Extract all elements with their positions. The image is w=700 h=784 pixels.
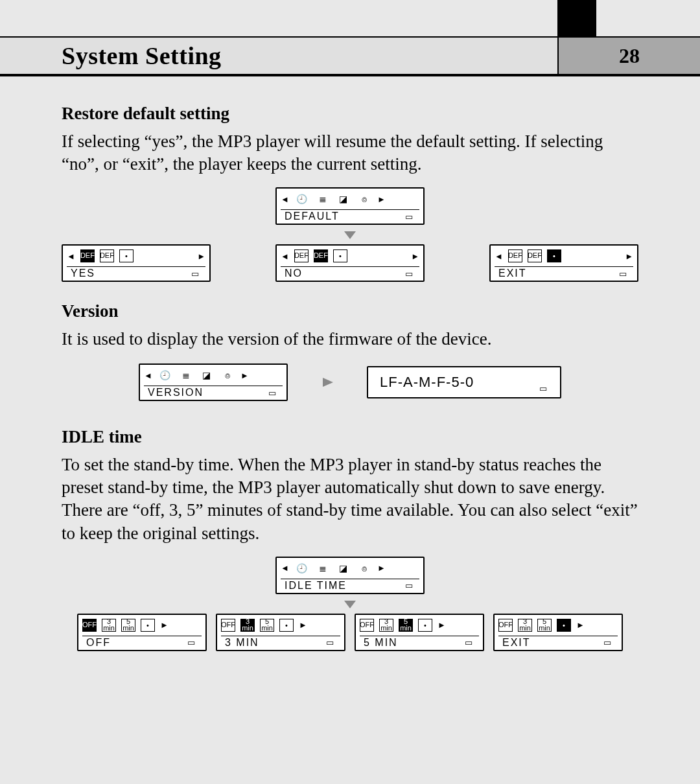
chip-icon: ⌾: [356, 192, 372, 206]
section-heading-restore: Restore default setting: [62, 104, 638, 124]
header-title-area: System Setting: [0, 38, 557, 74]
section-body-idle: To set the stand-by time. When the MP3 p…: [62, 454, 638, 544]
exit-box-icon: •: [557, 619, 571, 632]
battery-icon: ▭: [405, 269, 419, 279]
clock-icon: 🕘: [294, 561, 310, 575]
lcd-option-3min: OFF 3 min 5 min • ► 3 MIN ▭: [216, 614, 345, 651]
disk-icon: ◪: [199, 368, 215, 382]
lcd-option-exit: OFF 3 min 5 min • ► EXIT ▭: [493, 614, 623, 651]
nav-right-icon: ►: [576, 621, 585, 629]
lcd-menu-idle: ◄ 🕘 ≣ ◪ ⌾ ► IDLE TIME ▭: [275, 557, 425, 594]
list-icon: ≣: [315, 192, 331, 206]
nav-right-icon: ►: [411, 252, 419, 260]
page-content: Restore default setting If selecting “ye…: [62, 91, 638, 671]
def-no-icon: DEF: [314, 249, 328, 262]
battery-icon: ▭: [326, 638, 340, 647]
lcd-flow-version: ◄ 🕘 ≣ ◪ ⌾ ► VERSION ▭ LF-A-M-F-5-0 ▭: [62, 363, 638, 401]
lcd-option-no: ◄ DEF DEF • ► NO ▭: [275, 244, 425, 282]
nav-left-icon: ◄: [144, 371, 152, 380]
exit-box-icon: •: [418, 619, 432, 632]
nav-right-icon: ►: [377, 195, 386, 203]
lcd-option-off: OFF 3 min 5 min • ► OFF ▭: [77, 614, 207, 651]
battery-icon: ▭: [405, 212, 419, 222]
five-min-icon: 5 min: [537, 619, 552, 632]
lcd-options-row-idle: OFF 3 min 5 min • ► OFF ▭ OFF 3 min 5 mi…: [62, 614, 638, 651]
def-yes-icon: DEF: [294, 249, 309, 262]
battery-icon: ▭: [405, 581, 419, 590]
page-number: 28: [619, 44, 640, 68]
page-title: System Setting: [62, 41, 222, 70]
nav-right-icon: ►: [377, 564, 386, 572]
lcd-label: 3 MIN: [221, 637, 259, 649]
clock-icon: 🕘: [158, 368, 173, 382]
def-yes-icon: DEF: [508, 249, 522, 262]
list-icon: ≣: [315, 561, 331, 575]
nav-right-icon: ►: [197, 252, 205, 260]
def-yes-icon: DEF: [80, 249, 95, 262]
three-min-icon: 3 min: [102, 619, 116, 632]
lcd-label: OFF: [82, 637, 111, 649]
page-number-box: 28: [557, 38, 700, 74]
lcd-option-5min: OFF 3 min 5 min • ► 5 MIN ▭: [355, 614, 484, 651]
section-body-version: It is used to display the version of the…: [62, 328, 638, 351]
lcd-option-exit: ◄ DEF DEF • ► EXIT ▭: [489, 244, 638, 282]
battery-icon: ▭: [191, 269, 205, 279]
lcd-label: 5 MIN: [360, 637, 398, 649]
section-heading-version: Version: [62, 301, 638, 321]
battery-icon: ▭: [465, 638, 479, 647]
three-min-icon: 3 min: [518, 619, 532, 632]
arrow-down-icon: [343, 229, 357, 240]
lcd-flow-idle: ◄ 🕘 ≣ ◪ ⌾ ► IDLE TIME ▭ OFF 3 min 5 min: [62, 557, 638, 651]
three-min-icon: 3 min: [240, 619, 255, 632]
nav-left-icon: ◄: [281, 564, 289, 572]
three-min-icon: 3 min: [379, 619, 393, 632]
lcd-flow-restore: ◄ 🕘 ≣ ◪ ⌾ ► DEFAULT ▭ ◄ DEF DEF •: [62, 187, 638, 282]
svg-marker-2: [344, 601, 356, 608]
exit-box-icon: •: [119, 249, 134, 262]
thumb-tab-decor: [557, 0, 596, 36]
svg-marker-0: [344, 231, 356, 239]
nav-right-icon: ►: [299, 621, 307, 629]
five-min-icon: 5 min: [399, 619, 413, 632]
battery-icon: ▭: [187, 638, 202, 647]
nav-left-icon: ◄: [495, 252, 503, 260]
lcd-label: DEFAULT: [281, 211, 340, 222]
nav-right-icon: ►: [438, 621, 446, 629]
battery-icon: ▭: [619, 269, 633, 279]
section-body-restore: If selecting “yes”, the MP3 player will …: [62, 130, 638, 176]
battery-icon: ▭: [268, 388, 283, 398]
lcd-label: EXIT: [498, 637, 531, 649]
nav-right-icon: ►: [160, 621, 169, 629]
disk-icon: ◪: [336, 192, 351, 206]
arrow-down-icon: [343, 598, 357, 610]
lcd-option-yes: ◄ DEF DEF • ► YES ▭: [62, 244, 211, 282]
disk-icon: ◪: [336, 561, 351, 575]
off-icon: OFF: [360, 619, 374, 632]
five-min-icon: 5 min: [121, 619, 135, 632]
off-icon: OFF: [498, 619, 513, 632]
lcd-version-value: LF-A-M-F-5-0 ▭: [367, 366, 561, 398]
lcd-menu-default: ◄ 🕘 ≣ ◪ ⌾ ► DEFAULT ▭: [275, 187, 425, 225]
page-header: System Setting 28: [0, 36, 700, 76]
nav-left-icon: ◄: [281, 252, 289, 260]
lcd-icon-row: ◄ 🕘 ≣ ◪ ⌾ ►: [281, 190, 419, 207]
lcd-menu-version: ◄ 🕘 ≣ ◪ ⌾ ► VERSION ▭: [139, 363, 288, 401]
def-no-icon: DEF: [528, 249, 542, 262]
lcd-label: EXIT: [495, 268, 527, 279]
lcd-options-row-restore: ◄ DEF DEF • ► YES ▭ ◄ DEF DEF •: [62, 244, 638, 282]
lcd-label: IDLE TIME: [281, 580, 347, 592]
off-icon: OFF: [82, 619, 97, 632]
battery-icon: ▭: [603, 638, 618, 647]
five-min-icon: 5 min: [260, 619, 274, 632]
chip-icon: ⌾: [356, 561, 372, 575]
firmware-version: LF-A-M-F-5-0: [380, 374, 548, 391]
arrow-right-icon: [320, 376, 334, 388]
list-icon: ≣: [178, 368, 194, 382]
def-no-icon: DEF: [100, 249, 114, 262]
off-icon: OFF: [221, 619, 235, 632]
lcd-label: VERSION: [144, 387, 204, 398]
nav-right-icon: ►: [240, 371, 249, 380]
exit-box-icon: •: [279, 619, 294, 632]
nav-left-icon: ◄: [281, 195, 289, 203]
chip-icon: ⌾: [220, 368, 235, 382]
